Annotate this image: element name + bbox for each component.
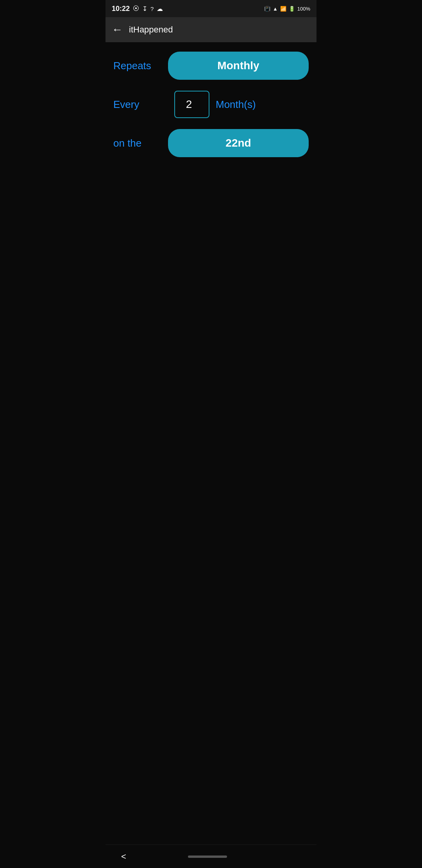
repeats-label: Repeats — [113, 60, 168, 72]
onthe-button[interactable]: 22nd — [168, 129, 309, 157]
every-number-input[interactable] — [174, 91, 209, 118]
repeats-button[interactable]: Monthly — [168, 52, 309, 80]
unit-label: Month(s) — [216, 99, 256, 111]
download-icon: ↧ — [142, 5, 147, 13]
vibrate-icon: 📳 — [264, 6, 270, 12]
app-bar: ← itHappened — [106, 17, 316, 42]
cloud-icon: ☁ — [157, 5, 163, 13]
signal-strength-icon: 📶 — [280, 6, 286, 12]
repeats-row: Repeats Monthly — [113, 52, 309, 80]
onthe-row: on the 22nd — [113, 129, 309, 157]
wifi-icon: ▲ — [273, 6, 278, 12]
status-time: 10:22 — [112, 5, 130, 13]
battery-icon: 🔋 — [289, 6, 295, 12]
nav-home-indicator[interactable] — [188, 855, 227, 858]
back-button[interactable]: ← — [112, 24, 123, 35]
signal-icon: ? — [150, 5, 154, 12]
onthe-label: on the — [113, 137, 168, 149]
bottom-nav: < — [106, 845, 316, 868]
battery-percent: 100% — [297, 6, 310, 12]
podcast-icon: ⦿ — [133, 5, 139, 12]
every-row: Every Month(s) — [113, 91, 309, 118]
app-title: itHappened — [129, 25, 173, 35]
status-left: 10:22 ⦿ ↧ ? ☁ — [112, 5, 163, 13]
nav-back-button[interactable]: < — [121, 852, 126, 862]
status-bar: 10:22 ⦿ ↧ ? ☁ 📳 ▲ 📶 🔋 100% — [106, 0, 316, 17]
main-content: Repeats Monthly Every Month(s) on the 22… — [106, 42, 316, 845]
every-label: Every — [113, 99, 168, 111]
status-icons-right: 📳 ▲ 📶 🔋 100% — [264, 6, 310, 12]
